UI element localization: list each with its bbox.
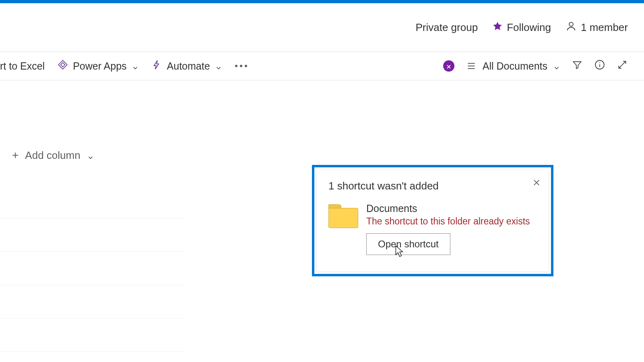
close-icon bbox=[446, 60, 452, 72]
expand-button[interactable] bbox=[617, 60, 628, 72]
power-apps-label: Power Apps bbox=[73, 60, 126, 72]
chevron-down-icon bbox=[87, 152, 94, 159]
chevron-down-icon bbox=[132, 62, 139, 70]
svg-point-6 bbox=[599, 62, 600, 63]
add-column-button[interactable]: + Add column bbox=[12, 149, 94, 162]
callout-item-name: Documents bbox=[366, 203, 537, 214]
following-toggle[interactable]: Following bbox=[492, 21, 551, 34]
plus-icon: + bbox=[12, 149, 19, 162]
automate-label: Automate bbox=[167, 60, 210, 72]
list-row bbox=[0, 319, 185, 352]
callout-error-message: The shortcut to this folder already exis… bbox=[366, 216, 537, 227]
power-apps-button[interactable]: Power Apps bbox=[58, 60, 138, 72]
clear-selection-button[interactable] bbox=[443, 60, 454, 72]
shortcut-error-callout: 1 shortcut wasn't added Documents The sh… bbox=[317, 170, 549, 272]
power-apps-icon bbox=[58, 60, 68, 72]
callout-close-button[interactable] bbox=[532, 178, 541, 189]
command-bar-left: rt to Excel Power Apps Automate bbox=[0, 60, 247, 72]
add-column-label: Add column bbox=[25, 149, 80, 162]
folder-icon bbox=[328, 204, 357, 227]
export-excel-button[interactable]: rt to Excel bbox=[0, 60, 45, 72]
suite-top-bar bbox=[0, 0, 644, 3]
list-row bbox=[0, 252, 185, 285]
callout-highlight-frame: 1 shortcut wasn't added Documents The sh… bbox=[312, 165, 553, 276]
command-bar-right: All Documents bbox=[443, 60, 628, 72]
list-rows-placeholder bbox=[0, 185, 185, 352]
group-privacy-text: Private group bbox=[415, 21, 478, 34]
members-count-label: 1 member bbox=[581, 21, 628, 34]
following-label: Following bbox=[507, 21, 551, 34]
person-icon bbox=[566, 21, 577, 35]
view-selector-label: All Documents bbox=[483, 60, 547, 72]
list-row bbox=[0, 285, 185, 319]
group-privacy-label: Private group bbox=[415, 21, 478, 34]
filter-button[interactable] bbox=[572, 60, 583, 72]
expand-icon bbox=[617, 60, 627, 72]
info-icon bbox=[594, 60, 605, 72]
automate-icon bbox=[152, 60, 162, 72]
members-button[interactable]: 1 member bbox=[566, 21, 628, 35]
more-commands-button[interactable] bbox=[235, 65, 247, 67]
callout-title: 1 shortcut wasn't added bbox=[328, 180, 537, 192]
view-selector[interactable]: All Documents bbox=[466, 60, 560, 72]
info-button[interactable] bbox=[594, 60, 605, 72]
svg-point-0 bbox=[569, 22, 573, 26]
site-header: Private group Following 1 member bbox=[0, 3, 644, 51]
command-bar: rt to Excel Power Apps Automate bbox=[0, 52, 644, 80]
chevron-down-icon bbox=[215, 62, 222, 70]
export-excel-label: rt to Excel bbox=[0, 60, 45, 72]
star-icon bbox=[492, 21, 503, 34]
list-row bbox=[0, 218, 185, 252]
list-icon bbox=[466, 60, 477, 72]
callout-body: Documents The shortcut to this folder al… bbox=[328, 203, 537, 255]
filter-icon bbox=[572, 60, 582, 72]
automate-button[interactable]: Automate bbox=[152, 60, 222, 72]
page-container: Private group Following 1 member rt to E… bbox=[0, 3, 644, 80]
chevron-down-icon bbox=[553, 62, 560, 70]
open-shortcut-button[interactable]: Open shortcut bbox=[366, 233, 450, 255]
list-row bbox=[0, 185, 185, 218]
close-icon bbox=[532, 181, 541, 188]
